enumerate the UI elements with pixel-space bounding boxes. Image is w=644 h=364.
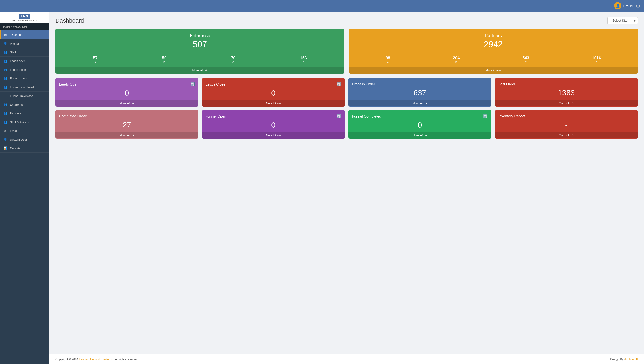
nav-label-staff: Staff xyxy=(10,51,16,54)
nav-icon-leads-close: 👥 xyxy=(4,68,8,71)
refresh-icon-leads-close[interactable]: 🔄 xyxy=(337,82,341,86)
card-header-leads-open: Leads Open 🔄 xyxy=(59,82,195,86)
card-leads-open: Leads Open 🔄 0 More info ➔ xyxy=(56,78,198,107)
sidebar-item-funnel-completed[interactable]: 👥 Funnel completed xyxy=(0,83,49,92)
sidebar-item-enterprise[interactable]: 👥 Enterprise xyxy=(0,100,49,109)
card-title-leads-close: Leads Close xyxy=(206,82,226,86)
sidebar-item-master[interactable]: 👤 Master ‹ xyxy=(0,39,49,48)
sidebar-header: MAIN NAVIGATION xyxy=(0,23,49,31)
nav-label-leads-open: Leads open xyxy=(10,59,26,63)
card-value-lost-order: 1383 xyxy=(498,88,634,97)
partners-card-number: 2942 xyxy=(354,40,632,49)
enterprise-card-more-info[interactable]: More info ➔ xyxy=(56,67,344,74)
card-value-inventory-report: - xyxy=(498,120,634,129)
card-more-funnel-completed[interactable]: More info ➔ xyxy=(348,132,491,139)
footer-right: Design By- Mplussoft xyxy=(610,357,638,361)
card-lost-order: Lost Order 1383 More info ➔ xyxy=(495,78,638,107)
enterprise-card-number: 507 xyxy=(61,40,339,49)
sidebar-item-dashboard[interactable]: ⊞ Dashboard xyxy=(0,31,49,39)
card-completed-order: Completed Order 27 More info ➔ xyxy=(56,110,198,139)
sidebar-item-email[interactable]: ✉ Email xyxy=(0,126,49,135)
refresh-icon-leads-open[interactable]: 🔄 xyxy=(190,82,195,86)
nav-icon-funnel-download: ⊞ xyxy=(4,94,8,98)
page-title: Dashboard xyxy=(56,17,84,24)
hamburger-icon[interactable]: ☰ xyxy=(4,3,8,9)
enterprise-stat: 156D xyxy=(300,56,307,64)
partners-stat: 204B xyxy=(453,56,460,64)
card-more-inventory-report[interactable]: More info ➔ xyxy=(495,132,638,138)
power-icon[interactable]: ⏻ xyxy=(636,4,640,8)
partners-card: Partners 2942 88A204B543C1616D More info… xyxy=(349,29,638,74)
partners-card-more-info[interactable]: More info ➔ xyxy=(349,67,638,74)
nav-label-reports: Reports xyxy=(10,147,20,150)
card-header-lost-order: Lost Order xyxy=(498,82,634,86)
card-more-funnel-open[interactable]: More info ➔ xyxy=(202,132,345,139)
card-more-completed-order[interactable]: More info ➔ xyxy=(56,132,198,138)
sidebar-item-partners[interactable]: 👥 Partners xyxy=(0,109,49,118)
nav-icon-enterprise: 👥 xyxy=(4,103,8,106)
logo-subtitle: Leading Network Systems Pvt. Ltd. xyxy=(11,19,39,21)
page-header: Dashboard --Select Staff-- xyxy=(56,17,638,24)
card-more-lost-order[interactable]: More info ➔ xyxy=(495,100,638,106)
nav-label-system-user: System User xyxy=(10,138,27,141)
enterprise-stat: 50B xyxy=(162,56,166,64)
topbar-left: ☰ xyxy=(4,3,8,9)
footer-company-link[interactable]: Leading Network Systems xyxy=(79,357,113,361)
nav-label-staff-activities: Staff Activities xyxy=(10,120,28,124)
logo-box: LNS xyxy=(19,14,30,19)
nav-icon-leads-open: 👥 xyxy=(4,59,8,63)
card-leads-close: Leads Close 🔄 0 More info ➔ xyxy=(202,78,345,107)
nav-label-enterprise: Enterprise xyxy=(10,103,24,106)
card-header-funnel-open: Funnel Open 🔄 xyxy=(206,114,341,118)
footer-designer-link[interactable]: Mplussoft xyxy=(625,357,638,361)
profile-avatar: 👤 xyxy=(614,2,622,10)
profile-button[interactable]: 👤 Profile xyxy=(614,2,633,10)
card-value-funnel-completed: 0 xyxy=(352,121,488,129)
refresh-icon-funnel-completed[interactable]: 🔄 xyxy=(483,114,488,118)
card-process-order: Process Order 637 More info ➔ xyxy=(348,78,491,107)
nav-icon-staff: 👥 xyxy=(4,50,8,54)
card-funnel-completed: Funnel Completed 🔄 0 More info ➔ xyxy=(348,110,491,139)
sidebar-item-staff[interactable]: 👥 Staff xyxy=(0,48,49,57)
nav-icon-funnel-open: 👥 xyxy=(4,77,8,80)
card-more-leads-open[interactable]: More info ➔ xyxy=(56,100,198,107)
partners-stat: 1616D xyxy=(592,56,601,64)
nav-icon-funnel-completed: 👥 xyxy=(4,85,8,89)
sidebar-item-staff-activities[interactable]: 👥 Staff Activities xyxy=(0,118,49,126)
nav-icon-dashboard: ⊞ xyxy=(4,33,8,37)
nav-label-email: Email xyxy=(10,129,18,132)
sidebar-item-funnel-open[interactable]: 👥 Funnel open xyxy=(0,74,49,83)
logo-text: LNS xyxy=(21,14,28,18)
card-title-funnel-completed: Funnel Completed xyxy=(352,114,381,118)
card-header-inventory-report: Inventory Report xyxy=(498,114,634,118)
staff-select[interactable]: --Select Staff-- xyxy=(607,17,638,24)
sidebar-logo: LNS Leading Network Systems Pvt. Ltd. xyxy=(0,12,49,23)
nav-label-partners: Partners xyxy=(10,112,21,115)
sidebar-item-leads-close[interactable]: 👥 Leads close xyxy=(0,65,49,74)
sidebar-item-system-user[interactable]: 👤 System User xyxy=(0,135,49,144)
card-inventory-report: Inventory Report - More info ➔ xyxy=(495,110,638,139)
nav-icon-email: ✉ xyxy=(4,129,8,132)
profile-icon: 👤 xyxy=(616,4,620,8)
staff-select-wrapper: --Select Staff-- xyxy=(607,17,638,24)
card-more-leads-close[interactable]: More info ➔ xyxy=(202,100,345,107)
nav-icon-master: 👤 xyxy=(4,42,8,45)
nav-icon-partners: 👥 xyxy=(4,111,8,115)
card-title-process-order: Process Order xyxy=(352,82,375,86)
partners-card-title: Partners xyxy=(354,33,632,38)
card-header-leads-close: Leads Close 🔄 xyxy=(206,82,341,86)
refresh-icon-funnel-open[interactable]: 🔄 xyxy=(337,114,341,118)
card-title-funnel-open: Funnel Open xyxy=(206,114,226,118)
nav-icon-reports: 📊 xyxy=(4,146,8,150)
card-header-completed-order: Completed Order xyxy=(59,114,195,118)
sidebar: LNS Leading Network Systems Pvt. Ltd. MA… xyxy=(0,12,49,364)
card-value-funnel-open: 0 xyxy=(206,121,341,129)
card-title-lost-order: Lost Order xyxy=(498,82,516,86)
card-header-funnel-completed: Funnel Completed 🔄 xyxy=(352,114,488,118)
nav-label-funnel-open: Funnel open xyxy=(10,77,26,80)
sidebar-item-funnel-download[interactable]: ⊞ Funnel Download xyxy=(0,92,49,100)
sidebar-item-leads-open[interactable]: 👥 Leads open xyxy=(0,57,49,65)
footer-design-by: Design By- xyxy=(610,357,625,361)
card-more-process-order[interactable]: More info ➔ xyxy=(348,100,491,106)
sidebar-item-reports[interactable]: 📊 Reports ‹ xyxy=(0,144,49,153)
